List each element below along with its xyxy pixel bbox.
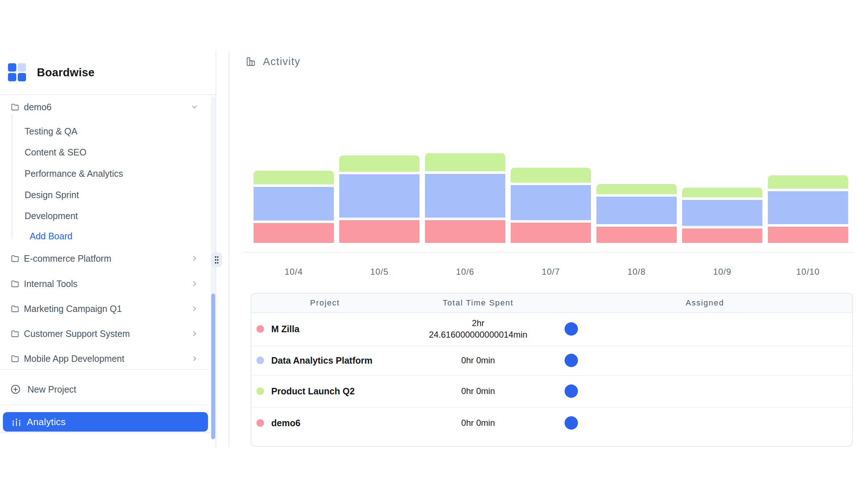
bar-segment (511, 185, 591, 220)
project-name: Product Launch Q2 (271, 386, 355, 397)
sidebar-board-content-seo[interactable]: Content & SEO (0, 145, 216, 159)
analytics-button[interactable]: Analytics (3, 412, 208, 432)
activity-header: Activity (245, 54, 301, 69)
assignee-avatar (565, 385, 578, 398)
folder-icon (10, 304, 20, 314)
add-board-label: Add Board (30, 231, 72, 241)
bar-segment (682, 228, 762, 243)
chevron-right-icon (191, 355, 199, 363)
column-header-project: Project (251, 298, 399, 308)
project-label: Customer Support System (24, 329, 130, 339)
board-label: Testing & QA (25, 126, 77, 137)
table-row: demo6 0hr 0min (251, 407, 852, 446)
board-label: Design Sprint (25, 190, 79, 200)
bar-segment (254, 187, 334, 221)
bar-10/4 (254, 152, 334, 243)
sidebar-divider (0, 404, 208, 405)
sidebar-board-testing-qa[interactable]: Testing & QA (0, 124, 216, 138)
sidebar-board-performance-analytics[interactable]: Performance & Analytics (0, 166, 216, 181)
sidebar-border (216, 51, 216, 448)
x-axis-label: 10/6 (425, 267, 505, 277)
sidebar-item-mobile-app-development[interactable]: Mobile App Development (0, 351, 216, 366)
project-name: demo6 (271, 418, 301, 428)
bar-10/7 (511, 152, 591, 243)
x-axis-line (244, 252, 854, 253)
bar-segment (425, 174, 505, 218)
sidebar-item-internal-tools[interactable]: Internal Tools (0, 277, 216, 291)
brand: Boardwise (8, 63, 94, 82)
bar-segment (768, 227, 848, 243)
bar-segment (768, 175, 848, 189)
board-label: Content & SEO (25, 147, 86, 158)
new-project-button[interactable]: New Project (0, 382, 216, 397)
time-spent-value: 2hr 24.616000000000014min (422, 317, 534, 341)
table-row: M Zilla 2hr 24.616000000000014min (251, 312, 852, 346)
bar-segment (425, 220, 505, 243)
sidebar-bottom-border (0, 432, 216, 433)
table-row: Data Analytics Platform 0hr 0min (251, 346, 852, 376)
bar-segment (254, 223, 334, 243)
chart-line-dots-icon (11, 416, 22, 428)
assignee-avatar (565, 322, 578, 336)
drag-handle-icon (214, 256, 219, 264)
bar-segment (682, 200, 762, 226)
plus-circle-icon (10, 384, 21, 395)
project-label: Internal Tools (24, 279, 77, 289)
add-board-button[interactable]: Add Board (0, 229, 216, 243)
logo-grid-icon (8, 63, 27, 82)
bar-segment (339, 220, 420, 243)
sidebar-resize-handle[interactable] (212, 253, 222, 267)
sidebar-item-ecommerce-platform[interactable]: E-commerce Platform (0, 251, 216, 266)
project-color-dot (256, 325, 264, 333)
panel-border (229, 51, 229, 448)
chevron-down-icon (191, 103, 199, 111)
x-axis-label: 10/7 (511, 267, 591, 277)
project-label: Mobile App Development (24, 354, 124, 364)
time-spent-value: 0hr 0min (461, 385, 495, 397)
project-name: Data Analytics Platform (271, 355, 373, 366)
bar-segment (768, 191, 848, 224)
sidebar-scrollbar-thumb[interactable] (211, 294, 215, 439)
bar-segment (511, 223, 591, 243)
sidebar-item-marketing-campaign-q1[interactable]: Marketing Campaign Q1 (0, 301, 216, 316)
bar-chart-icon (245, 56, 256, 67)
app-title: Boardwise (37, 66, 94, 79)
column-header-total-time: Total Time Spent (399, 298, 558, 308)
x-axis-label: 10/10 (768, 267, 848, 277)
chevron-right-icon (191, 254, 199, 262)
sidebar-divider (0, 94, 216, 95)
project-name: M Zilla (271, 324, 299, 334)
analytics-label: Analytics (27, 416, 66, 428)
project-label: E-commerce Platform (24, 253, 111, 264)
section-title: Activity (263, 56, 301, 68)
sidebar-board-development[interactable]: Development (0, 209, 216, 223)
board-label: Development (25, 211, 78, 221)
folder-icon (10, 354, 20, 364)
bar-10/6 (425, 152, 505, 243)
time-spent-value: 0hr 0min (461, 355, 495, 366)
sidebar-divider (0, 369, 208, 370)
bar-segment (596, 227, 677, 243)
sidebar-board-design-sprint[interactable]: Design Sprint (0, 188, 216, 202)
bar-10/9 (682, 152, 762, 243)
sidebar-item-label: demo6 (24, 102, 51, 112)
bar-segment (511, 168, 591, 183)
sidebar-item-customer-support-system[interactable]: Customer Support System (0, 326, 216, 341)
chevron-right-icon (191, 305, 199, 313)
x-axis-label: 10/5 (339, 267, 420, 277)
folder-icon (10, 329, 20, 339)
bar-segment (682, 188, 762, 197)
bar-segment (596, 197, 677, 224)
assignee-avatar (565, 354, 578, 367)
x-axis-labels: 10/410/510/610/710/810/910/10 (254, 267, 854, 278)
column-header-assigned: Assigned (558, 298, 852, 308)
activity-table: Project Total Time Spent Assigned M Zill… (251, 293, 853, 447)
chevron-right-icon (191, 280, 199, 288)
sidebar-item-demo6[interactable]: demo6 (0, 100, 216, 114)
bar-segment (339, 174, 420, 218)
bar-10/8 (596, 152, 677, 243)
bar-segment (254, 171, 334, 184)
project-label: Marketing Campaign Q1 (24, 304, 122, 314)
chevron-right-icon (191, 330, 199, 338)
new-project-label: New Project (27, 384, 76, 395)
